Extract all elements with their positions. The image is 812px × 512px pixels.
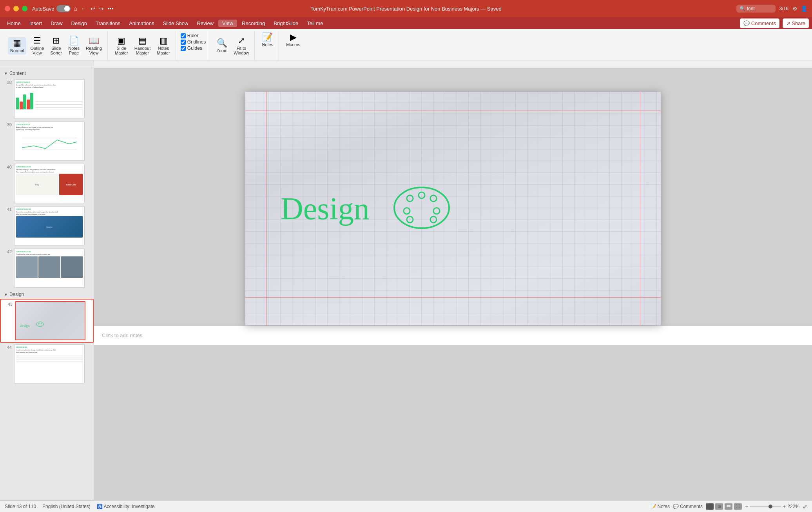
menu-slide-show[interactable]: Slide Show — [159, 20, 192, 27]
slide-sorter-button[interactable]: ⊞ SlideSorter — [48, 35, 64, 57]
user-icon[interactable]: 👤 — [801, 5, 807, 12]
zoom-button[interactable]: 🔍 Zoom — [214, 37, 230, 54]
slide-thumb-38[interactable]: CONTENT SLIDE 8 Many slides will use bot… — [14, 79, 85, 118]
svg-point-4 — [36, 322, 44, 327]
accessibility-icon: ♿ — [97, 504, 103, 509]
menu-recording[interactable]: Recording — [238, 20, 269, 27]
slide-thumb-41[interactable]: CONTENT SLIDE 11 Content on a qualitativ… — [14, 206, 85, 245]
autosave-label: AutoSave — [32, 6, 54, 12]
fit-page-button[interactable]: ⤢ — [803, 503, 807, 510]
menu-draw[interactable]: Draw — [47, 20, 66, 27]
undo-icon[interactable]: ↩ — [91, 5, 95, 12]
menu-design[interactable]: Design — [67, 20, 91, 27]
comments-share-group: 💬 Comments ↗ Share — [740, 17, 809, 30]
menu-transitions[interactable]: Transitions — [92, 20, 124, 27]
zoom-icon: 🔍 — [217, 39, 227, 47]
ruler-checkbox[interactable]: Ruler — [181, 33, 206, 38]
slide-canvas[interactable]: Design — [245, 92, 661, 325]
notes-status-icon: 📝 — [651, 504, 656, 509]
thumb-44-label: DESIGN SLIDE — [16, 346, 83, 348]
notes-input-area[interactable]: Click to add notes — [94, 325, 812, 345]
slide-thumb-39[interactable]: CONTENT SLIDE 9 Add text boxes to your c… — [14, 122, 85, 161]
slide-item-41[interactable]: 41 CONTENT SLIDE 11 Content on a qualita… — [0, 205, 94, 247]
fit-to-window-icon: ⤢ — [238, 36, 245, 45]
svg-point-9 — [38, 325, 39, 325]
slide-item-42[interactable]: 42 CONTENT SLIDE 12 The three big ideas … — [0, 247, 94, 289]
svg-point-15 — [430, 216, 437, 223]
slide-thumb-43[interactable]: Design — [15, 301, 85, 340]
svg-point-7 — [41, 323, 42, 324]
notes-master-label: NotesMaster — [157, 46, 170, 55]
section-label-design: Design — [9, 292, 24, 297]
guides-checkbox[interactable]: Guides — [181, 45, 206, 51]
slide-item-40[interactable]: 40 CONTENT SLIDE 10 Pictures can play a … — [0, 162, 94, 205]
reading-view-button[interactable]: 📖 ReadingView — [83, 35, 104, 57]
outline-view-button[interactable]: ☰ OutlineView — [28, 35, 46, 57]
gridlines-check[interactable] — [181, 40, 186, 45]
search-value[interactable]: font — [747, 6, 755, 11]
ruler-check[interactable] — [181, 33, 186, 38]
section-header-content[interactable]: ▼ Content — [0, 68, 94, 78]
status-bar: Slide 43 of 110 English (United States) … — [0, 500, 812, 512]
gridlines-checkbox[interactable]: Gridlines — [181, 39, 206, 45]
comments-status-button[interactable]: 💬 Comments — [673, 504, 703, 509]
notes-status-button[interactable]: 📝 Notes — [651, 504, 670, 509]
slide-master-label: SlideMaster — [115, 46, 128, 55]
autosave-switch[interactable] — [56, 5, 71, 12]
zoom-out-button[interactable]: − — [745, 503, 748, 510]
slide-thumb-44[interactable]: DESIGN SLIDE Use this simple slide desig… — [14, 344, 85, 383]
share-button[interactable]: ↗ Share — [783, 18, 809, 28]
slide-panel: ▼ Content 38 CONTENT SLIDE 8 Many slides… — [0, 68, 94, 500]
reading-view-status[interactable]: 📖 — [725, 503, 732, 510]
slide-num-42: 42 — [3, 249, 12, 254]
title-bar: AutoSave ⌂ ← ↩ ↪ ••• TomKyTran.com Power… — [0, 0, 812, 17]
section-header-design[interactable]: ▼ Design — [0, 289, 94, 299]
slide-item-38[interactable]: 38 CONTENT SLIDE 8 Many slides will use … — [0, 78, 94, 120]
close-button[interactable] — [5, 6, 10, 11]
handout-master-button[interactable]: ▤ HandoutMaster — [132, 35, 153, 57]
search-box[interactable]: 🔍 font — [736, 5, 776, 13]
menu-review[interactable]: Review — [193, 20, 218, 27]
thumb-39-label: CONTENT SLIDE 9 — [16, 123, 83, 125]
menu-view[interactable]: View — [218, 20, 237, 27]
normal-view-status[interactable]: ▦ — [706, 503, 714, 510]
fit-to-window-button[interactable]: ⤢ Fit toWindow — [231, 35, 251, 57]
slide-thumb-42[interactable]: CONTENT SLIDE 12 The three big ideas whe… — [14, 249, 85, 288]
menu-animations[interactable]: Animations — [125, 20, 158, 27]
menu-home[interactable]: Home — [3, 20, 25, 27]
menu-brightslide[interactable]: BrightSlide — [270, 20, 302, 27]
notes-button[interactable]: 📝 Notes — [259, 31, 276, 49]
thumb-41-body: Content on a qualitative slide must supp… — [16, 211, 83, 215]
maximize-button[interactable] — [22, 6, 27, 11]
slide-sorter-label: SlideSorter — [50, 46, 62, 55]
settings-icon[interactable]: ⚙ — [792, 5, 798, 12]
menu-tell-me[interactable]: Tell me — [303, 20, 327, 27]
autosave-toggle[interactable]: AutoSave — [32, 5, 71, 12]
comments-button[interactable]: 💬 Comments — [740, 18, 779, 28]
more-icon[interactable]: ••• — [108, 5, 114, 12]
zoom-in-button[interactable]: + — [783, 503, 786, 510]
normal-view-button[interactable]: ▦ Normal — [8, 37, 26, 54]
slide-item-39[interactable]: 39 CONTENT SLIDE 9 Add text boxes to you… — [0, 120, 94, 162]
fullscreen-view-status[interactable]: ⛶ — [734, 503, 742, 510]
slide-master-button[interactable]: ▣ SlideMaster — [112, 35, 130, 57]
guides-check[interactable] — [181, 46, 186, 51]
slide-num-38: 38 — [3, 79, 12, 85]
notes-page-button[interactable]: 📄 NotesPage — [66, 35, 82, 57]
slide-item-44[interactable]: 44 DESIGN SLIDE Use this simple slide de… — [0, 343, 94, 385]
grid-view-status[interactable]: ⊞ — [715, 503, 723, 510]
ruler-bar — [0, 60, 812, 68]
horizontal-ruler — [94, 60, 812, 68]
svg-point-5 — [38, 323, 39, 324]
redo-icon[interactable]: ↪ — [99, 5, 104, 12]
slide-thumb-40[interactable]: CONTENT SLIDE 10 Pictures can play a ver… — [14, 164, 85, 203]
home-icon[interactable]: ⌂ — [74, 5, 77, 12]
menu-insert[interactable]: Insert — [25, 20, 46, 27]
zoom-slider[interactable] — [750, 506, 781, 507]
notes-master-button[interactable]: ▥ NotesMaster — [154, 35, 172, 57]
minimize-button[interactable] — [13, 6, 19, 11]
macros-button[interactable]: ▶ Macros — [284, 31, 303, 49]
thumb-44-body: Use this simple slide design checklist t… — [16, 349, 83, 353]
slide-item-43[interactable]: 43 Design — [0, 299, 94, 343]
back-icon[interactable]: ← — [81, 5, 87, 12]
